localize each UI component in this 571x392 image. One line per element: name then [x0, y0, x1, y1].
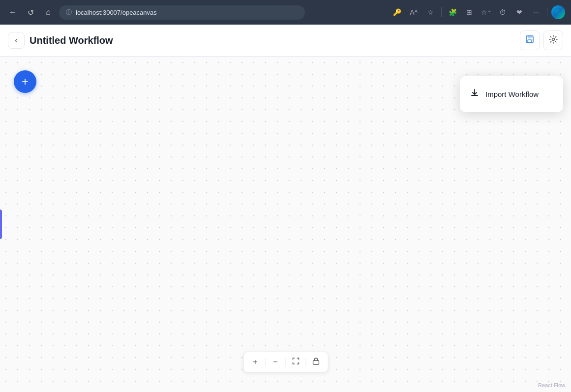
split-btn[interactable]: ⊞ [462, 5, 476, 19]
zoom-out-icon: − [273, 358, 277, 366]
settings-button[interactable] [543, 30, 563, 50]
svg-rect-2 [528, 40, 532, 42]
more-btn[interactable]: ··· [529, 5, 543, 19]
workflow-title: Untitled Workflow [30, 35, 113, 46]
history-btn[interactable]: ⏱ [496, 5, 510, 19]
zoom-divider-1 [265, 358, 266, 366]
left-edge-accent [0, 210, 2, 239]
top-bar: ‹ Untitled Workflow [0, 25, 571, 57]
zoom-divider-3 [305, 358, 306, 366]
zoom-divider-2 [285, 358, 286, 366]
add-node-button[interactable]: + [14, 70, 36, 93]
canvas-area[interactable]: + Import Workflow + − [0, 57, 571, 392]
zoom-in-button[interactable]: + [248, 355, 262, 369]
zoom-in-icon: + [253, 358, 257, 366]
lock-button[interactable] [309, 355, 323, 369]
address-bar[interactable]: ⓘ localhost:30007/opeacanvas [59, 5, 305, 20]
download-icon [470, 88, 480, 100]
plus-icon: + [22, 75, 29, 89]
zoom-controls: + − [243, 352, 328, 372]
svg-rect-1 [528, 36, 532, 38]
top-bar-actions [520, 30, 563, 50]
back-nav-button[interactable]: ← [6, 5, 20, 19]
fit-view-icon [292, 357, 300, 367]
font-btn[interactable]: Aᴬ [407, 5, 421, 19]
browser-actions: 🔑 Aᴬ ☆ 🧩 ⊞ ☆⁺ ⏱ ❤ ··· [390, 5, 565, 19]
collections-btn[interactable]: ☆⁺ [479, 5, 493, 19]
home-button[interactable]: ⌂ [41, 5, 55, 19]
extensions-btn[interactable]: 🧩 [446, 5, 459, 19]
react-flow-attribution: React Flow [538, 382, 565, 388]
back-chevron-icon: ‹ [15, 36, 17, 45]
edge-logo [551, 5, 565, 19]
copilot-btn[interactable]: ❤ [512, 5, 526, 19]
dropdown-menu: Import Workflow [460, 76, 563, 112]
key-icon-btn[interactable]: 🔑 [390, 5, 404, 19]
browser-chrome: ← ↺ ⌂ ⓘ localhost:30007/opeacanvas 🔑 Aᴬ … [0, 0, 571, 25]
url-text: localhost:30007/opeacanvas [76, 9, 157, 16]
favorites-btn[interactable]: ☆ [423, 5, 437, 19]
info-icon: ⓘ [66, 8, 72, 17]
back-button[interactable]: ‹ [8, 32, 25, 49]
save-button[interactable] [520, 30, 540, 50]
app-container: ‹ Untitled Workflow [0, 25, 571, 392]
divider-1 [441, 7, 442, 17]
fit-view-button[interactable] [289, 355, 302, 369]
svg-point-3 [552, 38, 555, 40]
gear-icon [548, 34, 558, 47]
lock-icon [312, 357, 319, 367]
save-icon [525, 34, 535, 47]
import-workflow-item[interactable]: Import Workflow [460, 81, 563, 107]
zoom-out-button[interactable]: − [269, 355, 282, 369]
divider-2 [547, 7, 547, 17]
import-workflow-label: Import Workflow [485, 90, 539, 98]
svg-rect-4 [313, 361, 319, 364]
reload-button[interactable]: ↺ [24, 5, 37, 19]
